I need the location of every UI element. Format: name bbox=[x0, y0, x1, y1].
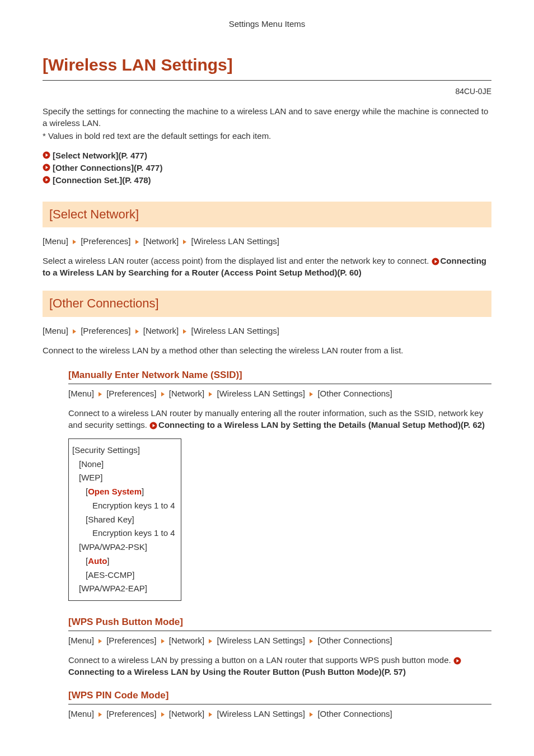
chevron-right-icon bbox=[160, 712, 166, 717]
intro-paragraph-2: * Values in bold red text are the defaul… bbox=[43, 130, 491, 142]
bc-item: [Wireless LAN Settings] bbox=[217, 709, 305, 718]
subsection-wps-push-button: [WPS Push Button Mode] [Menu] [Preferenc… bbox=[68, 615, 491, 678]
setting-row: [None] bbox=[72, 458, 175, 472]
setting-row: [Open System] bbox=[72, 485, 175, 499]
chevron-right-icon bbox=[134, 239, 140, 245]
svg-marker-28 bbox=[209, 712, 212, 717]
toc-label: [Connection Set.](P. 478) bbox=[53, 174, 151, 186]
bc-item: [Menu] bbox=[43, 326, 68, 335]
chevron-right-icon bbox=[208, 712, 213, 717]
bc-item: [Menu] bbox=[68, 389, 94, 398]
svg-marker-17 bbox=[310, 392, 313, 396]
chevron-right-icon bbox=[134, 329, 140, 334]
bc-item: [Other Connections] bbox=[317, 389, 392, 398]
breadcrumb: [Menu] [Preferences] [Network] [Wireless… bbox=[68, 388, 491, 399]
desc-text: Select a wireless LAN router (access poi… bbox=[43, 256, 432, 265]
chevron-right-icon bbox=[308, 638, 314, 644]
bc-item: [Wireless LAN Settings] bbox=[191, 326, 279, 335]
play-circle-icon bbox=[43, 151, 50, 159]
bc-item: [Preferences] bbox=[81, 236, 130, 246]
toc-item-select-network[interactable]: [Select Network](P. 477) bbox=[43, 150, 491, 161]
security-settings-box: [Security Settings] [None] [WEP] [Open S… bbox=[68, 438, 181, 601]
bc-item: [Network] bbox=[169, 389, 204, 398]
svg-marker-11 bbox=[73, 329, 76, 334]
svg-marker-13 bbox=[183, 329, 186, 334]
toc-label: [Select Network](P. 477) bbox=[53, 150, 147, 161]
chevron-right-icon bbox=[97, 391, 103, 397]
breadcrumb: [Menu] [Preferences] [Network] [Wireless… bbox=[68, 708, 491, 720]
svg-marker-23 bbox=[310, 639, 313, 643]
setting-row: [WEP] bbox=[72, 471, 175, 485]
play-circle-icon bbox=[432, 258, 439, 265]
bc-item: [Other Connections] bbox=[317, 636, 392, 645]
document-code: 84CU-0JE bbox=[43, 86, 491, 97]
play-circle-icon bbox=[149, 422, 157, 430]
chevron-right-icon bbox=[308, 391, 314, 397]
bc-item: [Other Connections] bbox=[317, 709, 392, 718]
setting-row: [WPA/WPA2-PSK] bbox=[72, 540, 175, 554]
header-breadcrumb: Settings Menu Items bbox=[43, 0, 491, 53]
setting-row: [Auto] bbox=[72, 554, 175, 568]
breadcrumb: [Menu] [Preferences] [Network] [Wireless… bbox=[43, 235, 491, 247]
subsection-title: [WPS Push Button Mode] bbox=[68, 615, 491, 631]
subsection-title: [WPS PIN Code Mode] bbox=[68, 689, 491, 704]
svg-marker-27 bbox=[161, 712, 165, 717]
bc-item: [Preferences] bbox=[106, 636, 156, 645]
intro-paragraph-1: Specify the settings for connecting the … bbox=[43, 105, 491, 129]
page-title: [Wireless LAN Settings] bbox=[43, 53, 491, 81]
bc-item: [Network] bbox=[143, 326, 179, 335]
subsection-description: Connect to a wireless LAN by pressing a … bbox=[68, 654, 491, 678]
svg-marker-6 bbox=[73, 240, 76, 244]
svg-marker-7 bbox=[135, 240, 139, 244]
page-number: 477 bbox=[43, 753, 491, 756]
toc-item-other-connections[interactable]: [Other Connections](P. 477) bbox=[43, 162, 491, 174]
section-description: Connect to the wireless LAN by a method … bbox=[43, 344, 491, 356]
chevron-right-icon bbox=[160, 391, 166, 397]
breadcrumb: [Menu] [Preferences] [Network] [Wireless… bbox=[68, 634, 491, 646]
svg-marker-21 bbox=[161, 639, 165, 643]
bc-item: [Network] bbox=[143, 236, 179, 246]
bc-item: [Preferences] bbox=[106, 709, 156, 718]
chevron-right-icon bbox=[72, 329, 77, 334]
setting-row: [Shared Key] bbox=[72, 513, 175, 527]
chevron-right-icon bbox=[160, 638, 166, 644]
svg-marker-8 bbox=[183, 240, 186, 244]
bc-item: [Wireless LAN Settings] bbox=[217, 389, 305, 398]
chevron-right-icon bbox=[182, 329, 188, 334]
chevron-right-icon bbox=[208, 638, 213, 644]
play-circle-icon bbox=[453, 657, 461, 665]
svg-marker-14 bbox=[99, 392, 102, 396]
subsection-manual-ssid: [Manually Enter Network Name (SSID)] [Me… bbox=[68, 368, 491, 604]
svg-marker-12 bbox=[135, 329, 139, 334]
setting-row: Encryption keys 1 to 4 bbox=[72, 526, 175, 540]
play-circle-icon bbox=[43, 176, 50, 184]
section-select-network-title: [Select Network] bbox=[43, 202, 491, 228]
play-circle-icon bbox=[43, 164, 50, 171]
bc-item: [Preferences] bbox=[81, 326, 130, 335]
setting-row: [AES-CCMP] bbox=[72, 568, 175, 582]
subsection-wps-pin-code: [WPS PIN Code Mode] [Menu] [Preferences]… bbox=[68, 689, 491, 720]
subsection-title: [Manually Enter Network Name (SSID)] bbox=[68, 368, 491, 384]
subsection-description: Connect to a wireless LAN router by manu… bbox=[68, 407, 491, 431]
default-value: Open System bbox=[88, 487, 142, 496]
toc-item-connection-set[interactable]: [Connection Set.](P. 478) bbox=[43, 174, 491, 186]
bc-item: [Menu] bbox=[68, 636, 94, 645]
bc-item: [Preferences] bbox=[106, 389, 156, 398]
svg-marker-22 bbox=[209, 639, 212, 643]
bc-item: [Network] bbox=[169, 636, 204, 645]
bc-item: [Wireless LAN Settings] bbox=[217, 636, 305, 645]
setting-row: [Security Settings] bbox=[72, 444, 175, 458]
svg-marker-16 bbox=[209, 392, 212, 396]
cross-ref-link[interactable]: Connecting to a Wireless LAN by Using th… bbox=[68, 667, 406, 676]
toc-label: [Other Connections](P. 477) bbox=[53, 162, 162, 174]
bc-item: [Network] bbox=[169, 709, 204, 718]
bc-item: [Menu] bbox=[68, 709, 94, 718]
cross-ref-link[interactable]: Connecting to a Wireless LAN by Setting … bbox=[158, 420, 485, 430]
chevron-right-icon bbox=[72, 239, 77, 245]
default-value: Auto bbox=[88, 556, 107, 566]
chevron-right-icon bbox=[97, 638, 103, 644]
svg-marker-20 bbox=[99, 639, 102, 643]
setting-row: Encryption keys 1 to 4 bbox=[72, 499, 175, 513]
chevron-right-icon bbox=[182, 239, 188, 245]
setting-row: [WPA/WPA2-EAP] bbox=[72, 582, 175, 596]
